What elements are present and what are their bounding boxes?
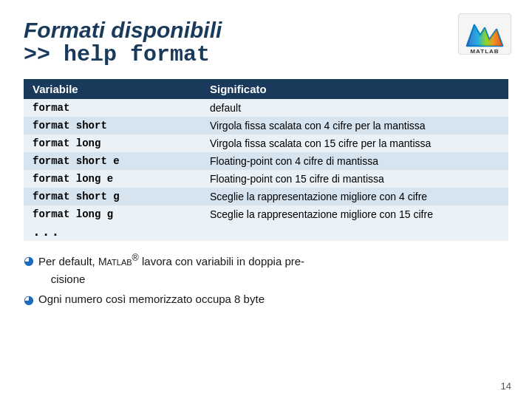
bullet-icon-2: ◕ — [24, 291, 34, 310]
matlab-brand: MATLAB — [98, 256, 132, 267]
format-table: Variabile Significato formatdefaultforma… — [24, 79, 508, 241]
matlab-logo: MATLAB — [458, 13, 511, 55]
variable-cell: format short g — [24, 188, 201, 205]
variable-cell: format short e — [24, 152, 201, 170]
significato-cell: Virgola fissa scalata con 15 cifre per l… — [201, 134, 508, 152]
significato-cell: Sceglie la rappresentazione migliore con… — [201, 205, 508, 223]
bullet-icon-1: ◕ — [24, 252, 34, 270]
table-row: format short gSceglie la rappresentazion… — [24, 188, 508, 205]
svg-text:MATLAB: MATLAB — [470, 48, 499, 55]
bottom-line2: ◕ Ogni numero così memorizzato occupa 8 … — [24, 290, 508, 310]
table-row: format longVirgola fissa scalata con 15 … — [24, 134, 508, 152]
table-row: format long gSceglie la rappresentazione… — [24, 205, 508, 223]
variable-cell: format long e — [24, 170, 201, 188]
title-area: Formati disponibili >> help format — [24, 18, 508, 67]
significato-cell: default — [201, 99, 508, 117]
significato-cell — [201, 223, 508, 241]
significato-cell: Floating-point con 4 cifre di mantissa — [201, 152, 508, 170]
significato-cell: Sceglie la rappresentazione migliore con… — [201, 188, 508, 205]
col-header-variable: Variabile — [24, 79, 201, 99]
table-row: ... — [24, 223, 508, 241]
bottom-line1: ◕ Per default, MATLAB® lavora con variab… — [24, 251, 508, 287]
title-code: >> help format — [24, 42, 508, 67]
table-row: format short eFloating-point con 4 cifre… — [24, 152, 508, 170]
variable-cell: ... — [24, 223, 201, 241]
page-number: 14 — [501, 381, 511, 392]
line1-text: Per default, MATLAB® lavora con variabil… — [38, 251, 304, 287]
table-row: formatdefault — [24, 99, 508, 117]
title-main: Formati disponibili — [24, 18, 508, 42]
variable-cell: format short — [24, 117, 201, 134]
bottom-text: ◕ Per default, MATLAB® lavora con variab… — [24, 251, 508, 310]
line2-text: Ogni numero così memorizzato occupa 8 by… — [38, 290, 265, 307]
table-row: format long eFloating-point con 15 cifre… — [24, 170, 508, 188]
variable-cell: format long g — [24, 205, 201, 223]
significato-cell: Virgola fissa scalata con 4 cifre per la… — [201, 117, 508, 134]
variable-cell: format long — [24, 134, 201, 152]
col-header-significato: Significato — [201, 79, 508, 99]
table-row: format shortVirgola fissa scalata con 4 … — [24, 117, 508, 134]
significato-cell: Floating-point con 15 cifre di mantissa — [201, 170, 508, 188]
slide: MATLAB Formati disponibili >> help forma… — [0, 0, 532, 399]
variable-cell: format — [24, 99, 201, 117]
